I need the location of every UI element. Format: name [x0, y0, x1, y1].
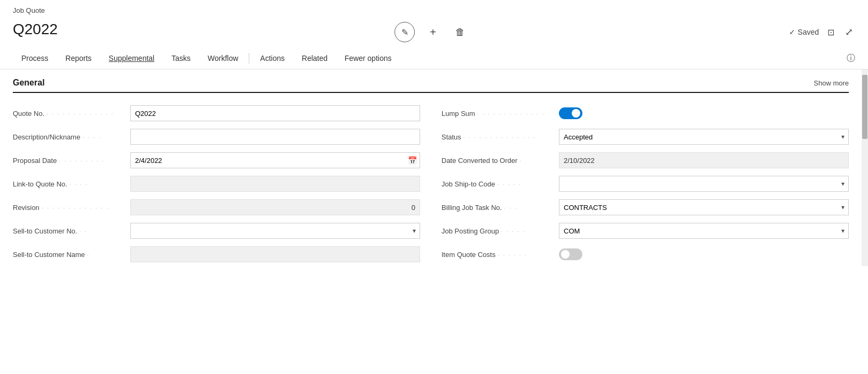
nav-divider — [249, 53, 249, 64]
show-more-button[interactable]: Show more — [814, 79, 849, 87]
billing-job-task-label: Billing Job Task No. — [441, 204, 502, 212]
sell-to-customer-name-label: Sell-to Customer Name — [13, 251, 85, 259]
scrollbar[interactable] — [862, 69, 868, 266]
nav-reports[interactable]: Reports — [57, 48, 100, 69]
nav-fewer-options[interactable]: Fewer options — [336, 48, 400, 69]
form-row-job-ship-to-code: Job Ship-to Code · · · · · — [441, 172, 849, 196]
description-label: Description/Nickname — [13, 133, 80, 141]
revision-label: Revision — [13, 204, 40, 212]
link-quote-input[interactable] — [130, 176, 420, 192]
description-input[interactable] — [130, 129, 420, 145]
date-converted-label: Date Converted to Order — [441, 157, 517, 165]
check-icon: ✓ — [789, 28, 795, 36]
item-quote-costs-toggle[interactable] — [559, 248, 582, 260]
proposal-date-label: Proposal Date — [13, 157, 57, 165]
job-posting-group-label: Job Posting Group — [441, 227, 499, 235]
form-row-revision: Revision · · · · · · · · · · · · · — [13, 196, 420, 219]
info-icon[interactable]: ⓘ — [847, 53, 855, 64]
form-row-date-converted: Date Converted to Order · 2/10/2022 — [441, 149, 849, 172]
form-row-status: Status · · · · · · · · · · · · · · Accep… — [441, 125, 849, 149]
revision-input[interactable] — [130, 199, 420, 215]
form-row-job-posting-group: Job Posting Group · · · · · COM — [441, 219, 849, 243]
saved-status: ✓ Saved — [789, 28, 819, 36]
link-quote-label: Link-to Quote No. — [13, 180, 67, 188]
left-form-column: Quote No. · · · · · · · · · · · · · Desc… — [13, 102, 420, 266]
add-button[interactable]: + — [425, 24, 440, 41]
calendar-icon[interactable]: 📅 — [408, 156, 417, 165]
section-title: General — [13, 78, 45, 88]
form-row-description: Description/Nickname · · · · — [13, 125, 420, 149]
job-posting-group-select[interactable]: COM — [559, 223, 849, 239]
status-label: Status — [441, 133, 461, 141]
nav-workflow[interactable]: Workflow — [199, 48, 247, 69]
lump-sum-label: Lump Sum — [441, 110, 475, 118]
job-ship-to-code-label: Job Ship-to Code — [441, 180, 495, 188]
sell-to-customer-no-select[interactable] — [130, 223, 420, 239]
delete-button[interactable]: 🗑 — [451, 25, 469, 40]
status-select[interactable]: Accepted Open Closed — [559, 129, 849, 145]
form-row-quote-no: Quote No. · · · · · · · · · · · · · — [13, 102, 420, 125]
lump-sum-toggle[interactable] — [559, 107, 582, 119]
right-form-column: Lump Sum · · · · · · · · · · · · · Statu… — [441, 102, 849, 266]
item-quote-costs-label: Item Quote Costs — [441, 251, 495, 259]
collapse-button[interactable]: ⤢ — [843, 24, 855, 40]
quote-no-input[interactable] — [130, 105, 420, 121]
sell-to-customer-name-input[interactable] — [130, 246, 420, 262]
form-row-item-quote-costs: Item Quote Costs · · · · · · — [441, 243, 849, 266]
form-row-sell-to-customer-name: Sell-to Customer Name · — [13, 243, 420, 266]
quote-no-label: Quote No. — [13, 110, 44, 118]
nav-related[interactable]: Related — [293, 48, 336, 69]
expand-button[interactable]: ⊡ — [825, 25, 837, 40]
nav-bar: Process Reports Supplemental Tasks Workf… — [0, 48, 868, 69]
form-row-billing-job-task: Billing Job Task No. · · · CONTRACTS — [441, 196, 849, 219]
form-row-proposal-date: Proposal Date · · · · · · · · · 📅 — [13, 149, 420, 172]
proposal-date-input[interactable] — [130, 152, 420, 168]
sell-to-customer-no-label: Sell-to Customer No. — [13, 227, 77, 235]
nav-tasks[interactable]: Tasks — [163, 48, 199, 69]
form-row-sell-to-customer-no: Sell-to Customer No. · · — [13, 219, 420, 243]
billing-job-task-select[interactable]: CONTRACTS — [559, 199, 849, 215]
nav-supplemental[interactable]: Supplemental — [100, 48, 163, 69]
app-title: Job Quote — [13, 6, 855, 14]
record-title: Q2022 — [13, 21, 58, 38]
edit-icon: ✎ — [401, 27, 408, 37]
edit-button[interactable]: ✎ — [394, 22, 415, 42]
scrollbar-thumb[interactable] — [862, 75, 867, 139]
job-ship-to-code-select[interactable] — [559, 176, 849, 192]
form-row-lump-sum: Lump Sum · · · · · · · · · · · · · — [441, 102, 849, 125]
date-converted-value: 2/10/2022 — [559, 152, 849, 168]
nav-actions[interactable]: Actions — [251, 48, 293, 69]
nav-process[interactable]: Process — [13, 48, 57, 69]
form-row-link-quote: Link-to Quote No. · · · · — [13, 172, 420, 196]
